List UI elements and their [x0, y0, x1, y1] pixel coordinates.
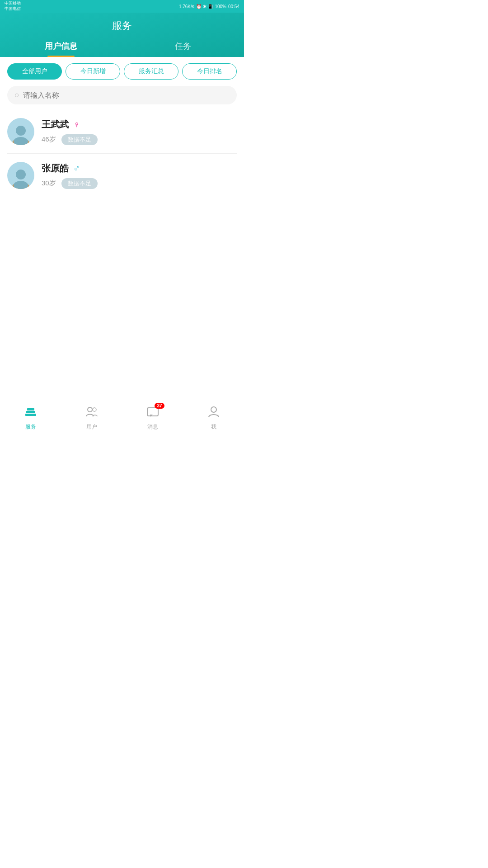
nav-item-messages[interactable]: 37 消息 — [122, 402, 183, 431]
filter-tabs-container: 全部用户 今日新增 服务汇总 今日排名 — [0, 57, 244, 86]
bottom-nav: 服务 用户 37 消息 — [0, 398, 244, 434]
status-bar: 中国移动 中国电信 1.76K/s ⏰ ✱ 📳 100% 00:54 — [0, 0, 244, 13]
status-badge: 数据不足 — [61, 134, 98, 145]
svg-point-2 — [14, 137, 28, 145]
nav-label-users: 用户 — [86, 423, 97, 431]
svg-point-12 — [211, 407, 216, 412]
gender-icon: ♂ — [73, 163, 80, 174]
search-icon: ○ — [14, 90, 19, 100]
search-bar[interactable]: ○ — [7, 86, 237, 104]
svg-rect-11 — [147, 408, 158, 416]
svg-point-0 — [16, 126, 26, 136]
avatar — [7, 162, 34, 189]
svg-point-10 — [93, 408, 96, 411]
search-input[interactable] — [23, 91, 230, 99]
svg-point-9 — [88, 407, 92, 412]
nav-label-messages: 消息 — [147, 423, 158, 431]
svg-rect-8 — [27, 408, 34, 410]
svg-rect-6 — [25, 414, 36, 416]
nav-item-users[interactable]: 用户 — [61, 402, 122, 431]
message-count-badge: 37 — [155, 403, 164, 409]
user-list: 王武武 ♀ 46岁 数据不足 张原皓 ♂ 30岁 数据不足 — [0, 110, 244, 197]
gender-icon: ♀ — [73, 119, 80, 130]
user-age: 46岁 — [42, 135, 56, 144]
list-item[interactable]: 张原皓 ♂ 30岁 数据不足 — [7, 154, 237, 197]
user-info: 王武武 ♀ 46岁 数据不足 — [42, 118, 237, 145]
nav-item-services[interactable]: 服务 — [0, 402, 61, 431]
svg-point-3 — [16, 170, 26, 179]
users-icon — [85, 406, 98, 421]
filter-service-summary[interactable]: 服务汇总 — [124, 63, 178, 80]
tab-task[interactable]: 任务 — [122, 41, 244, 57]
user-name: 张原皓 — [42, 162, 69, 175]
message-badge-wrap: 37 — [146, 406, 159, 421]
user-name: 王武武 — [42, 118, 69, 131]
messages-icon — [146, 407, 159, 421]
services-icon — [24, 406, 37, 421]
svg-point-5 — [14, 181, 28, 189]
filter-today-rank[interactable]: 今日排名 — [182, 63, 237, 80]
nav-label-me: 我 — [211, 423, 216, 431]
user-age: 30岁 — [42, 179, 56, 188]
main-tabs: 用户信息 任务 — [0, 41, 244, 57]
tab-user-info[interactable]: 用户信息 — [0, 41, 122, 57]
nav-label-services: 服务 — [25, 423, 36, 431]
svg-rect-7 — [26, 411, 35, 413]
user-info: 张原皓 ♂ 30岁 数据不足 — [42, 162, 237, 189]
nav-item-me[interactable]: 我 — [183, 402, 244, 431]
system-status: 1.76K/s ⏰ ✱ 📳 100% 00:54 — [179, 4, 239, 9]
page-title: 服务 — [0, 19, 244, 33]
list-item[interactable]: 王武武 ♀ 46岁 数据不足 — [7, 110, 237, 154]
avatar — [7, 118, 34, 145]
filter-all-users[interactable]: 全部用户 — [7, 63, 62, 80]
app-header: 服务 用户信息 任务 — [0, 13, 244, 57]
filter-today-new[interactable]: 今日新增 — [66, 63, 120, 80]
carrier-info: 中国移动 中国电信 — [5, 1, 21, 11]
status-badge: 数据不足 — [61, 178, 98, 189]
me-icon — [207, 406, 220, 421]
